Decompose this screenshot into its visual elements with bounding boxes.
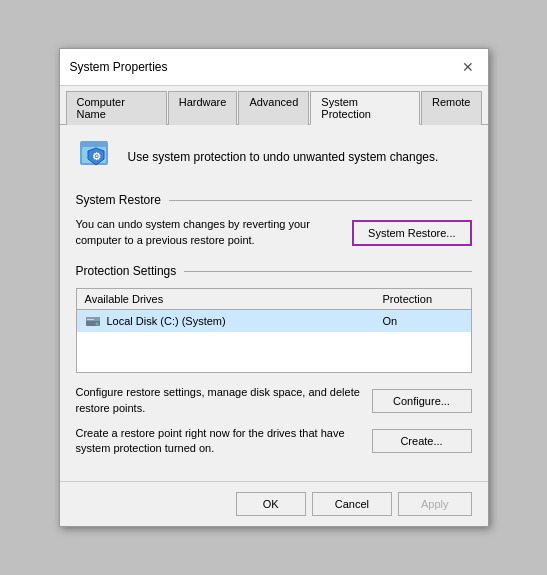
section-divider-2 [184,271,471,272]
create-description: Create a restore point right now for the… [76,426,362,457]
protection-settings-section: Protection Settings Available Drives Pro… [76,264,472,457]
col-drives-label: Available Drives [85,293,383,305]
configure-button[interactable]: Configure... [372,389,472,413]
tabs-bar: Computer Name Hardware Advanced System P… [60,86,488,125]
cancel-button[interactable]: Cancel [312,492,392,516]
title-bar: System Properties ✕ [60,49,488,86]
close-button[interactable]: ✕ [458,57,478,77]
protection-settings-label: Protection Settings [76,264,177,278]
header-section: ⚙ Use system protection to undo unwanted… [76,137,472,177]
svg-text:⚙: ⚙ [91,151,100,162]
drives-table-empty [77,332,471,372]
dialog-footer: OK Cancel Apply [60,481,488,526]
drive-protection-cell: On [383,315,463,327]
drives-table-header: Available Drives Protection [77,289,471,310]
tab-system-protection[interactable]: System Protection [310,91,420,125]
create-button[interactable]: Create... [372,429,472,453]
configure-description: Configure restore settings, manage disk … [76,385,362,416]
restore-row: You can undo system changes by reverting… [76,217,472,248]
protection-settings-header: Protection Settings [76,264,472,278]
restore-description: You can undo system changes by reverting… [76,217,343,248]
tab-advanced[interactable]: Advanced [238,91,309,125]
tab-computer-name[interactable]: Computer Name [66,91,167,125]
svg-point-5 [95,323,98,326]
drives-table: Available Drives Protection Local Disk (… [76,288,472,373]
create-row: Create a restore point right now for the… [76,426,472,457]
dialog-title: System Properties [70,60,168,74]
system-restore-button[interactable]: System Restore... [352,220,471,246]
svg-rect-6 [87,319,94,320]
tab-content: ⚙ Use system protection to undo unwanted… [60,125,488,480]
col-protection-label: Protection [383,293,463,305]
system-properties-dialog: System Properties ✕ Computer Name Hardwa… [59,48,489,526]
table-row[interactable]: Local Disk (C:) (System) On [77,310,471,332]
system-restore-header: System Restore [76,193,472,207]
tab-hardware[interactable]: Hardware [168,91,238,125]
configure-row: Configure restore settings, manage disk … [76,385,472,416]
drive-name-cell: Local Disk (C:) (System) [85,314,383,328]
system-restore-label: System Restore [76,193,161,207]
drive-icon [85,314,101,328]
header-description: Use system protection to undo unwanted s… [128,150,439,164]
apply-button[interactable]: Apply [398,492,472,516]
ok-button[interactable]: OK [236,492,306,516]
section-divider [169,200,472,201]
shield-icon: ⚙ [76,137,116,177]
tab-remote[interactable]: Remote [421,91,482,125]
